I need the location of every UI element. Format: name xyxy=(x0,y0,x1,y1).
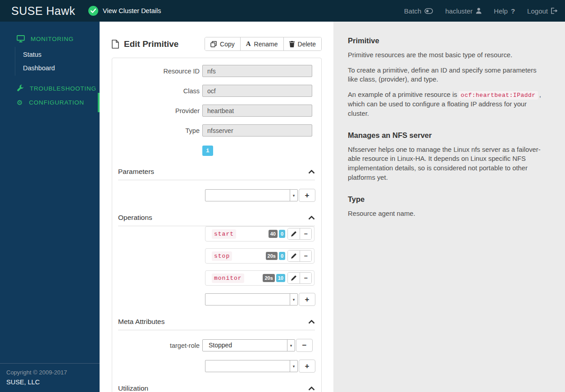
batch-label: Batch xyxy=(404,7,421,15)
edit-operation-button[interactable] xyxy=(288,228,300,239)
utilization-title: Utilization xyxy=(118,384,148,392)
question-icon: ? xyxy=(511,7,515,15)
help-paragraph: Nfsserver helps one to manage the Linux … xyxy=(348,145,546,182)
help-paragraph: Primitive resources are the most basic t… xyxy=(348,50,546,60)
sidebar-footer: Copyright © 2009-2017 SUSE, LLC xyxy=(0,363,100,392)
help-menu-item[interactable]: Help ? xyxy=(494,7,515,15)
add-parameter-row: ▾ + xyxy=(205,189,321,202)
type-input[interactable] xyxy=(202,124,312,137)
delete-label: Delete xyxy=(298,41,316,48)
help-section-primitive: Primitive Primitive resources are the mo… xyxy=(348,36,546,119)
sidebar-item-dashboard[interactable]: Dashboard xyxy=(15,61,100,75)
remove-meta-attribute-button[interactable]: − xyxy=(296,339,313,352)
batch-menu-item[interactable]: Batch xyxy=(404,7,433,15)
rename-button[interactable]: A Rename xyxy=(240,37,283,50)
sidebar-nav: MONITORING Status Dashboard TROUBLESHOOT… xyxy=(0,22,100,109)
operation-row-start: start 40 0 − xyxy=(205,226,314,242)
field-row-provider: Provider xyxy=(112,105,321,117)
trash-icon xyxy=(289,41,295,47)
brand-logo[interactable]: SUSE Hawk xyxy=(0,5,88,18)
delete-button[interactable]: Delete xyxy=(283,37,321,50)
operation-buttons: − xyxy=(287,272,312,284)
sidebar-item-monitoring[interactable]: MONITORING xyxy=(0,32,100,46)
edit-operation-button[interactable] xyxy=(288,273,300,283)
view-cluster-details-label: View Cluster Details xyxy=(103,7,161,14)
info-button[interactable]: i xyxy=(202,146,213,156)
toggle-icon xyxy=(424,8,433,14)
operation-select[interactable]: ▾ xyxy=(205,293,298,305)
copy-label: Copy xyxy=(220,41,235,48)
timeout-badge: 40 xyxy=(269,230,278,238)
chevron-up-icon[interactable] xyxy=(308,320,315,324)
edit-primitive-form: Resource ID Class Provider Type i Par xyxy=(112,58,322,392)
add-meta-attribute-button[interactable]: + xyxy=(299,360,315,373)
add-parameter-button[interactable]: + xyxy=(299,189,315,202)
resource-id-input[interactable] xyxy=(202,65,312,77)
logout-icon xyxy=(551,8,558,14)
page-header: Edit Primitive Copy A Rename Delete xyxy=(112,37,322,51)
operation-buttons: − xyxy=(287,250,312,262)
operation-row-monitor: monitor 20s 10 − xyxy=(205,270,314,286)
remove-operation-button[interactable]: − xyxy=(300,228,311,239)
logout-menu-item[interactable]: Logout xyxy=(527,7,558,15)
meta-attribute-row-target-role: target-role Stopped ▾ − xyxy=(112,339,321,352)
sidebar-item-label: MONITORING xyxy=(31,36,74,42)
user-icon xyxy=(476,8,482,14)
field-label: Type xyxy=(112,127,202,134)
field-label: Class xyxy=(112,87,202,95)
help-label: Help xyxy=(494,7,508,15)
class-input[interactable] xyxy=(202,85,312,97)
rename-label: Rename xyxy=(254,41,278,48)
sidebar-item-configuration[interactable]: ⚙ CONFIGURATION xyxy=(0,96,100,109)
edit-operation-button[interactable] xyxy=(288,251,300,261)
operation-badges: 20s 0 xyxy=(266,252,285,260)
pencil-icon xyxy=(291,253,296,259)
user-menu-item[interactable]: hacluster xyxy=(445,7,482,15)
target-role-select[interactable]: Stopped ▾ xyxy=(202,339,295,351)
parameters-section-header: Parameters xyxy=(118,168,315,180)
remove-operation-button[interactable]: − xyxy=(300,251,311,261)
parameter-select[interactable]: ▾ xyxy=(205,189,298,201)
operation-badges: 20s 10 xyxy=(263,274,285,282)
chevron-up-icon[interactable] xyxy=(308,216,315,220)
chevron-up-icon[interactable] xyxy=(308,170,315,174)
sidebar-item-status[interactable]: Status xyxy=(15,48,100,61)
company-name: SUSE, LLC xyxy=(6,378,93,386)
meta-attributes-title: Meta Attributes xyxy=(118,318,164,326)
timeout-badge: 20s xyxy=(266,252,278,260)
chevron-up-icon[interactable] xyxy=(308,387,315,391)
copy-button[interactable]: Copy xyxy=(205,37,240,50)
operation-badges: 40 0 xyxy=(269,230,285,238)
field-row-class: Class xyxy=(112,85,321,97)
help-title: Type xyxy=(348,195,546,204)
add-operation-button[interactable]: + xyxy=(299,293,315,306)
view-cluster-details[interactable]: View Cluster Details xyxy=(88,6,161,16)
help-paragraph: Resource agent name. xyxy=(348,209,546,219)
provider-input[interactable] xyxy=(202,105,312,117)
document-icon xyxy=(112,40,119,49)
timeout-badge: 20s xyxy=(263,274,274,282)
logout-label: Logout xyxy=(527,7,548,15)
add-operation-row: ▾ + xyxy=(205,293,321,306)
main-content: Edit Primitive Copy A Rename Delete xyxy=(100,22,333,392)
target-role-value: Stopped xyxy=(203,340,287,351)
field-label: Provider xyxy=(112,107,202,114)
copyright-text: Copyright © 2009-2017 xyxy=(6,369,93,376)
wrench-icon xyxy=(17,85,24,92)
remove-operation-button[interactable]: − xyxy=(300,273,311,283)
page-layout: MONITORING Status Dashboard TROUBLESHOOT… xyxy=(0,22,565,392)
field-row-resource-id: Resource ID xyxy=(112,65,321,77)
meta-attribute-select[interactable]: ▾ xyxy=(205,360,298,372)
username-label: hacluster xyxy=(445,7,473,15)
help-section-nfs: Manages an NFS server Nfsserver helps on… xyxy=(348,131,546,182)
interval-badge: 10 xyxy=(276,274,285,282)
monitoring-submenu: Status Dashboard xyxy=(15,47,100,76)
operations-title: Operations xyxy=(118,214,152,222)
sidebar-item-troubleshooting[interactable]: TROUBLESHOOTING xyxy=(0,81,100,96)
operation-select-value xyxy=(205,294,290,305)
parameters-title: Parameters xyxy=(118,168,154,176)
pencil-icon xyxy=(291,231,296,237)
pencil-icon xyxy=(291,275,296,281)
help-panel: Primitive Primitive resources are the mo… xyxy=(333,22,565,392)
interval-badge: 0 xyxy=(279,230,285,238)
